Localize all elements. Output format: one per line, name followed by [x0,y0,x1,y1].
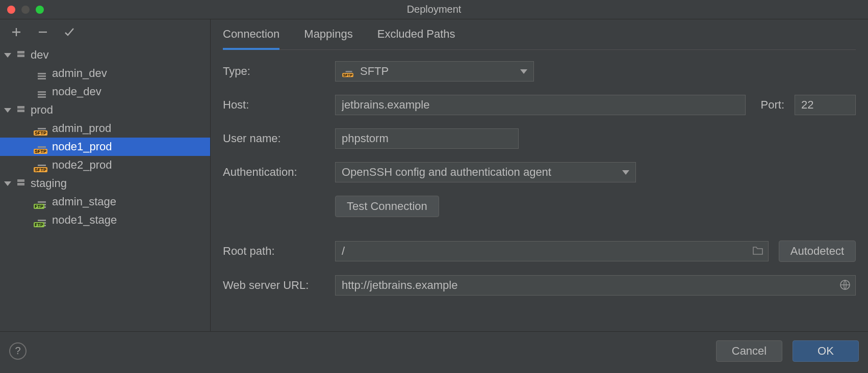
server-sftp-icon: SFTP [35,141,49,153]
tree-label: node_dev [52,85,101,98]
username-label: User name: [223,132,325,145]
ok-button[interactable]: OK [793,340,859,362]
tree-label: node1_prod [52,140,112,153]
tree-group-dev[interactable]: dev [0,46,210,64]
autodetect-button[interactable]: Autodetect [779,241,856,262]
tree-item-admin-stage[interactable]: FTP admin_stage [0,193,210,211]
tabs: Connection Mappings Excluded Paths [223,19,856,50]
server-ftp-icon: FTP [35,196,49,208]
main-panel: Connection Mappings Excluded Paths Type:… [211,19,868,331]
row-host: Host: Port: [223,95,856,115]
row-type: Type: SFTP SFTP [223,61,856,82]
host-input[interactable] [335,95,746,115]
tree-item-node-dev[interactable]: node_dev [0,83,210,101]
tree-group-staging[interactable]: staging [0,174,210,193]
tab-mappings[interactable]: Mappings [304,28,352,49]
tree-item-node1-prod[interactable]: SFTP node1_prod [0,138,210,156]
chevron-down-icon [520,69,527,74]
server-group-icon [16,178,28,189]
tree-item-admin-prod[interactable]: SFTP admin_prod [0,119,210,138]
tree-label: admin_stage [52,195,116,208]
test-connection-button[interactable]: Test Connection [335,196,439,217]
protocol-badge: SFTP [34,167,47,172]
type-select[interactable]: SFTP SFTP [335,61,534,82]
add-button[interactable] [10,26,22,38]
help-button[interactable]: ? [9,342,27,360]
web-url-input[interactable] [335,275,856,296]
remove-button[interactable] [37,26,49,38]
server-icon [35,67,49,79]
titlebar: Deployment [0,0,868,19]
window-title: Deployment [0,4,868,15]
dialog-footer: ? Cancel OK [0,331,868,373]
row-root-path: Root path: Autodetect [223,241,856,262]
host-label: Host: [223,98,325,112]
row-username: User name: [223,128,856,149]
port-input[interactable] [795,95,856,115]
server-group-icon [16,104,28,116]
tree-label: admin_dev [52,67,107,80]
connection-form: Type: SFTP SFTP Host: Port: [223,50,856,296]
svg-rect-3 [17,110,24,112]
tree-label: staging [31,177,67,190]
tree-item-node2-prod[interactable]: SFTP node2_prod [0,156,210,174]
row-web-url: Web server URL: [223,275,856,296]
sidebar-toolbar [0,19,210,45]
server-group-icon [16,49,28,61]
type-label: Type: [223,65,325,78]
svg-rect-0 [17,51,24,54]
root-path-label: Root path: [223,245,325,258]
tree-label: node1_stage [52,214,117,227]
protocol-badge: FTP [34,204,44,209]
root-path-input[interactable] [335,241,769,261]
tab-excluded-paths[interactable]: Excluded Paths [377,28,455,49]
globe-icon[interactable] [839,279,851,293]
tab-connection[interactable]: Connection [223,28,279,50]
row-test: Test Connection [223,196,856,217]
protocol-badge: SFTP [34,130,47,136]
apply-button[interactable] [63,26,75,38]
tree-item-admin-dev[interactable]: admin_dev [0,64,210,83]
svg-rect-4 [17,179,24,182]
chevron-down-icon [4,53,11,58]
deployment-dialog: Deployment dev [0,0,868,373]
server-sftp-icon: SFTP [35,159,49,171]
type-value: SFTP [360,65,389,78]
protocol-badge: FTP [34,222,44,227]
tree-label: admin_prod [52,122,111,135]
svg-rect-2 [17,106,24,109]
server-sftp-icon: SFTP [35,122,49,135]
tree-label: prod [31,103,53,117]
server-tree[interactable]: dev admin_dev node_dev prod [0,45,210,331]
authentication-select[interactable]: OpenSSH config and authentication agent [335,162,636,182]
cancel-button[interactable]: Cancel [716,340,782,362]
dialog-body: dev admin_dev node_dev prod [0,19,868,331]
tree-item-node1-stage[interactable]: FTP node1_stage [0,211,210,229]
server-icon [35,86,49,98]
chevron-down-icon [4,108,11,113]
web-url-label: Web server URL: [223,279,325,292]
tree-label: dev [31,48,48,62]
sidebar: dev admin_dev node_dev prod [0,19,211,331]
chevron-down-icon [622,170,629,175]
sftp-icon: SFTP [343,66,354,76]
username-input[interactable] [335,128,519,149]
browse-folder-icon[interactable] [752,245,763,258]
row-authentication: Authentication: OpenSSH config and authe… [223,162,856,182]
svg-rect-1 [17,55,24,57]
port-label: Port: [756,98,784,112]
server-ftp-icon: FTP [35,214,49,226]
protocol-badge: SFTP [34,149,47,154]
authentication-value: OpenSSH config and authentication agent [342,166,551,179]
tree-label: node2_prod [52,158,112,172]
chevron-down-icon [4,181,11,186]
tree-group-prod[interactable]: prod [0,101,210,119]
authentication-label: Authentication: [223,166,325,179]
svg-rect-5 [17,183,24,185]
